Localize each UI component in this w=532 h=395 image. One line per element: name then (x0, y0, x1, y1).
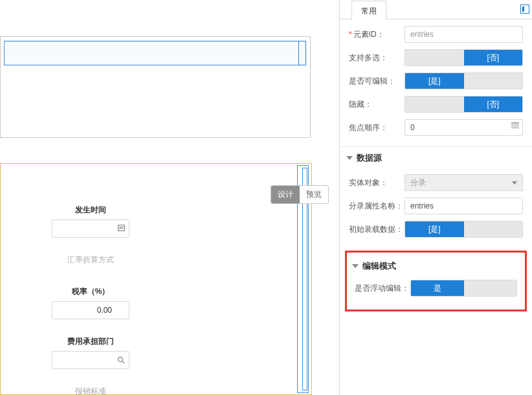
section-title: 编辑模式 (362, 260, 396, 272)
field-label: 税率（%） (5, 286, 176, 297)
tax-rate-input[interactable]: 0.00 (52, 301, 129, 319)
label-editable: 是否可编辑： (349, 76, 405, 87)
toggle-editable[interactable]: [是] (405, 73, 523, 89)
property-panel: 常用 *元素ID： entries 支持多选： [否] 是否可编辑： [是] 隐… (339, 0, 532, 395)
label-entity: 实体对象： (349, 177, 405, 188)
section-header-editmode[interactable]: 编辑模式 (349, 255, 522, 276)
toggle-hidden[interactable]: [否] (405, 96, 523, 113)
section-header-datasource[interactable]: 数据源 (340, 146, 532, 168)
toggle-off-side (405, 50, 464, 65)
svg-point-0 (118, 357, 123, 362)
toggle-initial-load[interactable]: [是] (405, 221, 523, 238)
toggle-value: [是] (405, 73, 464, 89)
toggle-off-side (464, 73, 523, 89)
row-entity: 实体对象： 分录 (349, 174, 523, 191)
field-label: 报销标准 (5, 386, 176, 395)
calendar-icon (118, 220, 125, 237)
happen-time-input[interactable] (52, 220, 129, 238)
panel-layout-icon[interactable] (520, 5, 529, 14)
section-datasource: 实体对象： 分录 分录属性名称： entries 初始装载数据： [是] (340, 168, 532, 248)
svg-line-1 (122, 361, 124, 363)
row-hidden: 隐藏： [否] (349, 96, 523, 113)
label-multi-select: 支持多选： (349, 52, 405, 63)
chevron-down-icon (352, 264, 359, 268)
row-focus-order: 焦点顺序： 0 (349, 119, 523, 136)
field-label: 汇率折算方式 (5, 254, 176, 265)
selected-element-bar[interactable] (4, 41, 299, 65)
row-element-id: *元素ID： entries (349, 26, 523, 43)
search-icon (117, 356, 125, 364)
label-focus-order: 焦点顺序： (349, 122, 405, 133)
cost-dept-input[interactable] (52, 351, 129, 369)
field-cost-dept: 费用承担部门 (0, 333, 181, 372)
toggle-off-side (405, 96, 464, 112)
field-reimburse-std: 报销标准 (0, 383, 181, 395)
stepper-icon[interactable] (511, 122, 520, 133)
top-container (0, 36, 311, 138)
select-entity-value: 分录 (410, 178, 426, 187)
toggle-value: [否] (464, 50, 523, 65)
focus-order-value: 0 (410, 123, 415, 132)
section-title: 数据源 (357, 152, 382, 164)
field-label: 费用承担部门 (5, 336, 176, 347)
select-entity[interactable]: 分录 (405, 174, 523, 191)
property-tabbar: 常用 (340, 0, 532, 19)
view-mode-tabs: 设计 预览 (271, 185, 329, 204)
tab-design[interactable]: 设计 (271, 186, 300, 203)
selected-element-handle[interactable] (298, 41, 306, 65)
input-focus-order[interactable]: 0 (405, 119, 523, 136)
section-editmode: 是否浮动编辑： 是 (349, 276, 522, 297)
label-initial-load: 初始装载数据： (349, 224, 405, 235)
tab-common[interactable]: 常用 (351, 1, 386, 19)
chevron-down-icon (346, 156, 353, 160)
tax-rate-value: 0.00 (97, 306, 112, 315)
highlighted-section: 编辑模式 是否浮动编辑： 是 (345, 251, 527, 311)
label-entry-attr: 分录属性名称： (349, 201, 405, 212)
label-float-edit: 是否浮动编辑： (355, 283, 410, 294)
form-fields-column: 发生时间 汇率折算方式 税率（%） 0.00 费用承担部门 报销标准 (0, 202, 181, 395)
row-float-edit: 是否浮动编辑： 是 (355, 280, 517, 297)
section-common: *元素ID： entries 支持多选： [否] 是否可编辑： [是] 隐藏： … (340, 19, 532, 146)
toggle-value: 是 (411, 280, 464, 296)
row-editable: 是否可编辑： [是] (349, 73, 523, 89)
label-hidden: 隐藏： (349, 99, 405, 110)
toggle-value: [是] (405, 221, 464, 237)
toggle-float-edit[interactable]: 是 (410, 280, 517, 297)
tab-preview[interactable]: 预览 (300, 186, 328, 203)
field-exchange-method: 汇率折算方式 (0, 252, 181, 272)
row-initial-load: 初始装载数据： [是] (349, 221, 523, 238)
field-tax-rate: 税率（%） 0.00 (0, 284, 181, 322)
toggle-value: [否] (464, 96, 523, 112)
input-element-id[interactable]: entries (405, 26, 523, 43)
toggle-multi-select[interactable]: [否] (405, 49, 523, 66)
design-canvas: 设计 预览 发生时间 汇率折算方式 税率（%） 0.00 费用承担部门 (0, 0, 339, 395)
field-label: 发生时间 (5, 205, 176, 216)
input-entry-attr[interactable]: entries (405, 198, 523, 214)
label-element-id: *元素ID： (349, 29, 405, 40)
toggle-off-side (464, 280, 517, 296)
row-multi-select: 支持多选： [否] (349, 49, 523, 66)
row-entry-attr: 分录属性名称： entries (349, 198, 523, 214)
field-happen-time: 发生时间 (0, 202, 181, 240)
toggle-off-side (464, 221, 523, 237)
caret-down-icon (512, 181, 517, 185)
